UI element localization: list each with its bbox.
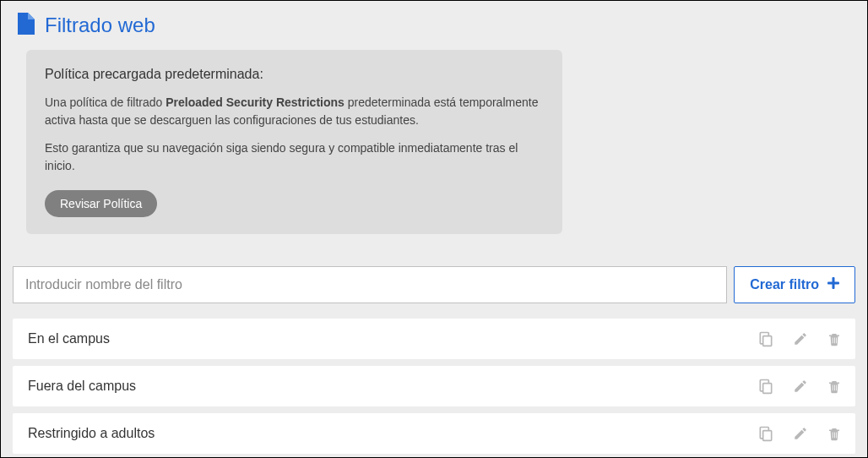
- notice-p1-a: Una política de filtrado: [45, 95, 165, 109]
- review-policy-button[interactable]: Revisar Política: [45, 190, 157, 217]
- create-filter-button[interactable]: Crear filtro: [734, 266, 855, 303]
- svg-rect-1: [827, 282, 839, 285]
- filter-name-input[interactable]: [13, 266, 727, 303]
- svg-rect-3: [763, 384, 772, 394]
- filter-item[interactable]: Fuera del campus: [13, 366, 855, 406]
- notice-title: Política precargada predeterminada:: [45, 67, 544, 82]
- copy-icon[interactable]: [757, 330, 774, 347]
- delete-icon[interactable]: [827, 378, 842, 395]
- plus-icon: [827, 277, 839, 292]
- copy-icon[interactable]: [757, 378, 774, 395]
- page-header: Filtrado web: [13, 13, 855, 38]
- edit-icon[interactable]: [793, 426, 808, 441]
- filter-row-actions: [757, 378, 842, 395]
- svg-rect-4: [763, 431, 772, 441]
- filter-item[interactable]: Restringido a adultos: [13, 413, 855, 454]
- delete-icon[interactable]: [827, 330, 842, 347]
- filter-item[interactable]: En el campus: [13, 319, 855, 359]
- filter-item-label: Fuera del campus: [28, 379, 757, 394]
- document-icon: [16, 13, 35, 38]
- create-filter-label: Crear filtro: [750, 277, 819, 292]
- delete-icon[interactable]: [827, 425, 842, 442]
- filters-list: En el campus: [13, 319, 855, 454]
- filter-row-actions: [757, 330, 842, 347]
- edit-icon[interactable]: [793, 331, 808, 346]
- notice-paragraph-2: Esto garantiza que su navegación siga si…: [45, 139, 544, 175]
- filter-row-actions: [757, 425, 842, 442]
- page-title: Filtrado web: [45, 14, 155, 37]
- edit-icon[interactable]: [793, 379, 808, 394]
- svg-rect-2: [763, 336, 772, 346]
- filter-item-label: En el campus: [28, 331, 757, 346]
- notice-p1-bold: Preloaded Security Restrictions: [165, 95, 344, 109]
- filter-item-label: Restringido a adultos: [28, 426, 757, 441]
- notice-paragraph-1: Una política de filtrado Preloaded Secur…: [45, 94, 544, 129]
- preloaded-policy-notice: Política precargada predeterminada: Una …: [26, 50, 562, 234]
- create-filter-row: Crear filtro: [13, 266, 855, 303]
- copy-icon[interactable]: [757, 425, 774, 442]
